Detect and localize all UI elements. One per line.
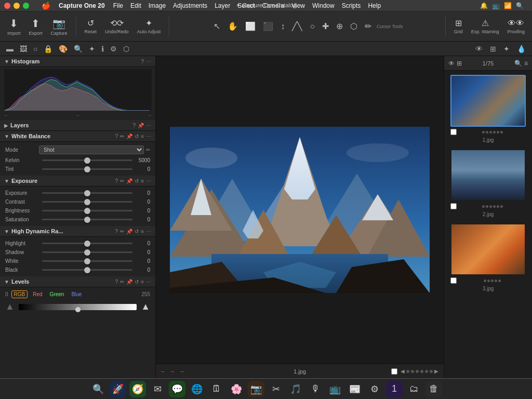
histogram-question[interactable]: ?	[141, 59, 144, 64]
select-tool[interactable]: ↖	[211, 19, 222, 33]
info-icon[interactable]: ℹ	[99, 44, 106, 54]
dock-podcasts[interactable]: 🎙	[307, 381, 324, 397]
lock-icon[interactable]: 🔒	[42, 44, 55, 54]
wb-list[interactable]: ≡	[141, 134, 144, 139]
dock-captureone[interactable]: 📷	[248, 381, 264, 397]
levels-red-tab[interactable]: Red	[31, 291, 44, 298]
exp-list[interactable]: ≡	[141, 178, 144, 184]
autoadjust-button[interactable]: ✦ Auto Adjust	[135, 16, 163, 36]
exp-warning-button[interactable]: ⚠ Exp. Warning	[469, 16, 501, 36]
hdr-list[interactable]: ≡	[141, 229, 144, 234]
menu-file[interactable]: File	[113, 2, 123, 9]
clone-tool[interactable]: ⊕	[334, 19, 345, 33]
brightness-track[interactable]	[42, 210, 132, 211]
thumb-2-check[interactable]	[450, 203, 457, 209]
split-icon[interactable]: ⊞	[488, 44, 498, 54]
thumbnail-3[interactable]: 3.jpg	[448, 223, 528, 291]
exp-question[interactable]: ?	[115, 178, 118, 184]
image-viewport[interactable]	[156, 56, 444, 364]
rotate-tool[interactable]: ↕	[278, 20, 287, 33]
film-icon[interactable]: ▬	[4, 44, 16, 54]
wb-edit[interactable]: ✏	[120, 134, 124, 139]
exposure-thumb[interactable]	[84, 190, 90, 196]
plugin-icon[interactable]: ⬡	[121, 44, 131, 54]
dot-4[interactable]	[420, 370, 423, 373]
hdr-pin[interactable]: 📌	[126, 229, 132, 234]
dock-mail[interactable]: ✉	[149, 381, 166, 397]
levels-reset[interactable]: ↺	[135, 279, 139, 285]
levels-edit[interactable]: ✏	[120, 279, 124, 285]
white-track[interactable]	[42, 260, 132, 262]
menu-image[interactable]: Image	[149, 2, 166, 9]
mask-icon[interactable]: ✦	[87, 44, 97, 54]
dot-6[interactable]	[430, 370, 433, 373]
dot-navigation[interactable]: ◀ ▶	[401, 368, 438, 374]
next-arrow[interactable]: ▶	[434, 368, 438, 374]
kelvin-track[interactable]	[42, 159, 132, 161]
thumb-3-check[interactable]	[450, 277, 457, 284]
dock-1password[interactable]: 1	[386, 381, 403, 397]
sample-tool[interactable]: ⬡	[348, 19, 360, 33]
screen-share-icon[interactable]: 📺	[492, 2, 500, 9]
pan-tool[interactable]: ✋	[225, 19, 240, 33]
exp-menu[interactable]: ⋯	[146, 178, 151, 184]
color-icon[interactable]: 🎨	[57, 44, 70, 54]
dock-maps[interactable]: 🌐	[189, 381, 205, 397]
import-button[interactable]: ⬇ Import	[5, 15, 23, 38]
undoredo-button[interactable]: ⟲⟳ Undo/Redo	[103, 16, 131, 36]
thumbnail-1[interactable]: 1.jpg	[448, 75, 528, 143]
layers-pin[interactable]: 📌	[138, 123, 144, 128]
contrast-track[interactable]	[42, 201, 132, 203]
rp-filter-icon[interactable]: ≡	[524, 60, 528, 67]
apple-menu[interactable]: 🍎	[42, 2, 50, 10]
exp-edit[interactable]: ✏	[120, 178, 124, 184]
image-checkbox[interactable]	[391, 368, 397, 375]
dock-news[interactable]: 📰	[347, 381, 363, 397]
histogram-header[interactable]: ▼ Histogram ? ⋯	[0, 56, 155, 67]
brightness-thumb[interactable]	[84, 208, 90, 214]
lens-icon[interactable]: 🔍	[72, 44, 85, 54]
photo-icon[interactable]: 🖼	[18, 44, 29, 54]
levels-menu[interactable]: ⋯	[146, 279, 151, 285]
mode-select[interactable]: Shot	[39, 145, 144, 154]
exposure-header[interactable]: ▼ Exposure ? ✏ 📌 ↺ ≡ ⋯	[0, 176, 155, 187]
dock-calendar[interactable]: 🗓	[208, 381, 225, 397]
levels-question[interactable]: ?	[115, 279, 118, 285]
levels-list[interactable]: ≡	[141, 279, 144, 285]
wifi-icon[interactable]: 📶	[504, 2, 512, 9]
rp-eye-icon[interactable]: 👁	[448, 60, 455, 67]
hdr-header[interactable]: ▼ High Dynamic Ra... ? ✏ 📌 ↺ ≡ ⋯	[0, 226, 155, 237]
black-track[interactable]	[42, 269, 132, 271]
dock-finder[interactable]: 🔍	[90, 381, 107, 397]
menu-help[interactable]: Help	[368, 2, 381, 9]
menu-window[interactable]: Window	[312, 2, 335, 9]
tint-track[interactable]	[42, 168, 132, 170]
saturation-thumb[interactable]	[84, 217, 90, 223]
menu-adjustments[interactable]: Adjustments	[173, 2, 207, 9]
notification-icon[interactable]: 🔔	[480, 2, 488, 9]
thumb-1-check[interactable]	[450, 129, 457, 135]
dot-1[interactable]	[406, 370, 409, 373]
white-thumb[interactable]	[84, 258, 90, 264]
healing-tool[interactable]: ✚	[320, 19, 331, 33]
dock-tv[interactable]: 📺	[327, 381, 343, 397]
menu-scripts[interactable]: Scripts	[342, 2, 361, 9]
wb-question[interactable]: ?	[115, 134, 118, 139]
levels-blue-tab[interactable]: Blue	[69, 291, 84, 298]
dock-safari[interactable]: 🧭	[129, 381, 146, 397]
grid-button[interactable]: ⊞ Grid	[452, 16, 465, 36]
levels-pin[interactable]: 📌	[126, 279, 132, 285]
eye-icon[interactable]: 👁	[473, 44, 485, 54]
menu-layer[interactable]: Layer	[215, 2, 230, 9]
dot-5[interactable]	[425, 370, 428, 373]
search-menubar-icon[interactable]: 🔍	[516, 2, 524, 9]
minimize-button[interactable]	[14, 3, 20, 9]
dock-systemprefs[interactable]: ⚙	[366, 381, 383, 397]
kelvin-thumb[interactable]	[84, 157, 90, 164]
export-button[interactable]: ⬆ Export	[27, 15, 45, 38]
tint-thumb[interactable]	[84, 166, 90, 172]
capture-button[interactable]: 📷 Capture	[49, 15, 70, 38]
dock-files[interactable]: 🗂	[406, 381, 422, 397]
layers-menu[interactable]: ⋯	[146, 123, 151, 128]
exp-reset[interactable]: ↺	[135, 178, 139, 184]
